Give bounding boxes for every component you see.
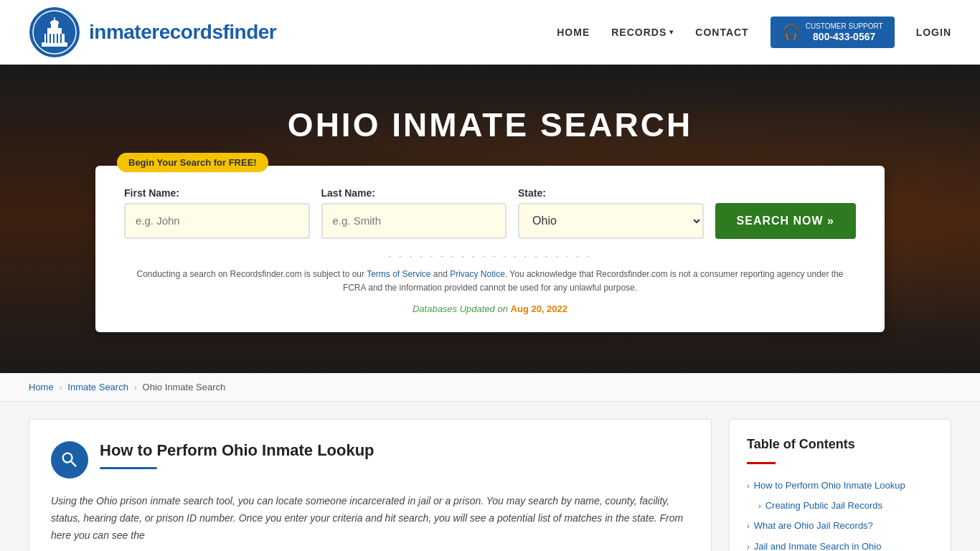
toc-item-3[interactable]: › What are Ohio Jail Records? bbox=[747, 516, 933, 536]
article-title: How to Perform Ohio Inmate Lookup bbox=[100, 441, 374, 460]
breadcrumb-sep-1: › bbox=[60, 383, 62, 392]
main-article: How to Perform Ohio Inmate Lookup Using … bbox=[29, 419, 712, 551]
headphone-icon: 🎧 bbox=[782, 24, 800, 41]
privacy-link[interactable]: Privacy Notice bbox=[450, 269, 505, 279]
breadcrumb-inmate-search[interactable]: Inmate Search bbox=[67, 382, 128, 392]
logo-text: inmaterecordsfinder bbox=[89, 21, 276, 44]
search-form: First Name: Last Name: State: Ohio Alaba… bbox=[124, 187, 856, 239]
divider: - - - - - - - - - - - - - - - - - - - - bbox=[124, 250, 856, 262]
state-select[interactable]: Ohio Alabama Alaska Arizona California C… bbox=[518, 203, 704, 239]
main-nav: HOME RECORDS ▾ CONTACT 🎧 CUSTOMER SUPPOR… bbox=[557, 17, 951, 49]
toc-item-1[interactable]: › How to Perform Ohio Inmate Lookup bbox=[747, 476, 933, 496]
hero-title: OHIO INMATE SEARCH bbox=[288, 105, 692, 144]
nav-login[interactable]: LOGIN bbox=[916, 27, 951, 38]
search-icon bbox=[60, 450, 80, 470]
db-update-date: Aug 20, 2022 bbox=[511, 303, 568, 314]
title-underline bbox=[100, 467, 157, 469]
article-header: How to Perform Ohio Inmate Lookup bbox=[51, 441, 689, 479]
toc-card: Table of Contents › How to Perform Ohio … bbox=[729, 419, 951, 551]
article-body: Using the Ohio prison inmate search tool… bbox=[51, 493, 689, 544]
svg-rect-12 bbox=[60, 34, 62, 43]
first-name-group: First Name: bbox=[124, 187, 310, 239]
toc-title: Table of Contents bbox=[747, 437, 933, 452]
state-group: State: Ohio Alabama Alaska Arizona Calif… bbox=[518, 187, 704, 239]
last-name-group: Last Name: bbox=[321, 187, 507, 239]
article-icon bbox=[51, 441, 88, 479]
logo[interactable]: inmaterecordsfinder bbox=[29, 6, 276, 58]
support-label: CUSTOMER SUPPORT bbox=[806, 22, 883, 31]
state-label: State: bbox=[518, 187, 704, 199]
hero-section: OHIO INMATE SEARCH Begin Your Search for… bbox=[0, 65, 980, 373]
terms-link[interactable]: Terms of Service bbox=[367, 269, 430, 279]
nav-contact[interactable]: CONTACT bbox=[695, 27, 748, 38]
content-wrapper: How to Perform Ohio Inmate Lookup Using … bbox=[0, 402, 980, 551]
support-number: 800-433-0567 bbox=[806, 31, 883, 43]
first-name-input[interactable] bbox=[124, 203, 310, 239]
disclaimer-text: Conducting a search on Recordsfinder.com… bbox=[124, 268, 856, 295]
last-name-label: Last Name: bbox=[321, 187, 507, 199]
breadcrumb: Home › Inmate Search › Ohio Inmate Searc… bbox=[0, 373, 980, 402]
breadcrumb-sep-2: › bbox=[134, 383, 137, 392]
svg-rect-9 bbox=[50, 34, 51, 43]
article-title-group: How to Perform Ohio Inmate Lookup bbox=[100, 441, 374, 469]
chevron-down-icon: ▾ bbox=[669, 28, 674, 36]
last-name-input[interactable] bbox=[321, 203, 507, 239]
nav-home[interactable]: HOME bbox=[557, 27, 590, 38]
chevron-right-icon: › bbox=[747, 481, 750, 491]
sidebar: Table of Contents › How to Perform Ohio … bbox=[729, 419, 951, 551]
svg-rect-4 bbox=[47, 28, 62, 34]
search-button[interactable]: SEARCH NOW » bbox=[715, 203, 856, 239]
toc-item-2[interactable]: › Creating Public Jail Records bbox=[747, 496, 933, 516]
logo-icon bbox=[29, 6, 80, 58]
svg-rect-11 bbox=[57, 34, 58, 43]
search-card: Begin Your Search for FREE! First Name: … bbox=[95, 166, 885, 332]
svg-rect-10 bbox=[53, 34, 55, 43]
db-update: Databases Updated on Aug 20, 2022 bbox=[124, 303, 856, 314]
chevron-right-icon-2: › bbox=[758, 501, 761, 512]
free-search-badge: Begin Your Search for FREE! bbox=[117, 153, 268, 172]
chevron-right-icon-3: › bbox=[747, 521, 750, 532]
toc-item-4[interactable]: › Jail and Inmate Search in Ohio bbox=[747, 537, 933, 551]
first-name-label: First Name: bbox=[124, 187, 310, 199]
svg-rect-8 bbox=[46, 34, 47, 43]
site-header: inmaterecordsfinder HOME RECORDS ▾ CONTA… bbox=[0, 0, 980, 65]
chevron-right-icon-4: › bbox=[747, 542, 750, 551]
support-button[interactable]: 🎧 CUSTOMER SUPPORT 800-433-0567 bbox=[771, 17, 895, 49]
breadcrumb-home[interactable]: Home bbox=[29, 382, 54, 392]
breadcrumb-current: Ohio Inmate Search bbox=[143, 382, 226, 392]
toc-divider bbox=[747, 462, 776, 464]
nav-records[interactable]: RECORDS ▾ bbox=[611, 27, 674, 38]
svg-point-6 bbox=[50, 20, 59, 26]
